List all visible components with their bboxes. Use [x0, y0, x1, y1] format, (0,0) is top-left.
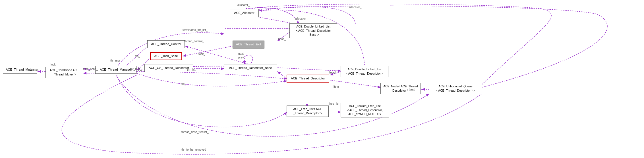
label-thr-list: thr_list_ — [187, 68, 197, 71]
node-ace-unbounded-queue: ACE_Unbounded_Queue < ACE_Thread_Descrip… — [429, 83, 482, 94]
label-item: item_ — [334, 85, 340, 88]
label-lock: lock_ — [51, 63, 57, 66]
node-ace-thread-descriptor: ACE_Thread_Descriptor — [287, 75, 329, 83]
node-ace-condition: ACE_Condition< ACE _Thread_Mutex > — [45, 67, 83, 78]
node-ace-double-linked-list-base: ACE_Double_Linked_List < ACE_Thread_Desc… — [289, 23, 337, 38]
label-head-1: head_ — [278, 37, 286, 41]
label-allocator-top: allocator_ — [237, 3, 250, 7]
label-thr-mgr-1: thr_mgr_ — [110, 59, 122, 62]
label-free-list: free_list_ — [329, 102, 341, 105]
label-task: task_ — [198, 52, 205, 56]
node-ace-os-thread-descriptor: ACE_OS_Thread_Descriptor — [144, 64, 193, 72]
node-ace-thread-control: ACE_Thread_Control — [147, 40, 185, 48]
node-ace-locked-free-list: ACE_Locked_Free_List < ACE_Thread_Descri… — [341, 103, 389, 117]
label-mutex: mutex_ — [31, 68, 40, 71]
svg-line-9 — [185, 46, 250, 65]
label-thr-to-be-removed: thr_to_be_removed_ — [181, 148, 208, 151]
node-ace-double-linked-list: ACE_Double_Linked_List < ACE_Thread_Desc… — [341, 66, 388, 77]
label-terminated-thr-list: terminated_thr_list_ — [183, 28, 208, 31]
label-thread-control: thread_control_ — [184, 40, 204, 43]
svg-line-10 — [277, 71, 287, 79]
label-thr-mgr-2: thr_mgr_ — [130, 68, 142, 71]
label-prev: prev_ — [238, 56, 245, 59]
node-ace-thread-descriptor-base: ACE_Thread_Descriptor_Base — [224, 64, 277, 72]
label-tm-2: tm_ — [181, 82, 186, 85]
diagram-container: ACE_Thread_Mutex ACE_Condition< ACE _Thr… — [0, 0, 644, 158]
node-ace-free-list: ACE_Free_List< ACE _Thread_Descriptor > — [287, 106, 329, 117]
svg-line-8 — [183, 46, 233, 56]
label-next: next_ — [238, 52, 245, 55]
label-zero-cond: zero_cond_ — [83, 68, 98, 71]
label-allocator-mid: allocator_ — [295, 17, 307, 20]
label-tm-1: tm_ — [135, 54, 140, 58]
label-head-3: head_ — [409, 88, 417, 91]
node-ace-task-base: ACE_Task_Base — [150, 52, 182, 60]
label-head-2: head_ — [329, 71, 337, 74]
node-ace-thread-exit: ACE_Thread_Exit — [233, 41, 264, 49]
node-ace-allocator: ACE_Allocator — [230, 9, 259, 17]
label-thread-desc-freelist: thread_desc_freelist_ — [181, 130, 209, 134]
label-allocator-right: allocator_ — [349, 6, 361, 9]
